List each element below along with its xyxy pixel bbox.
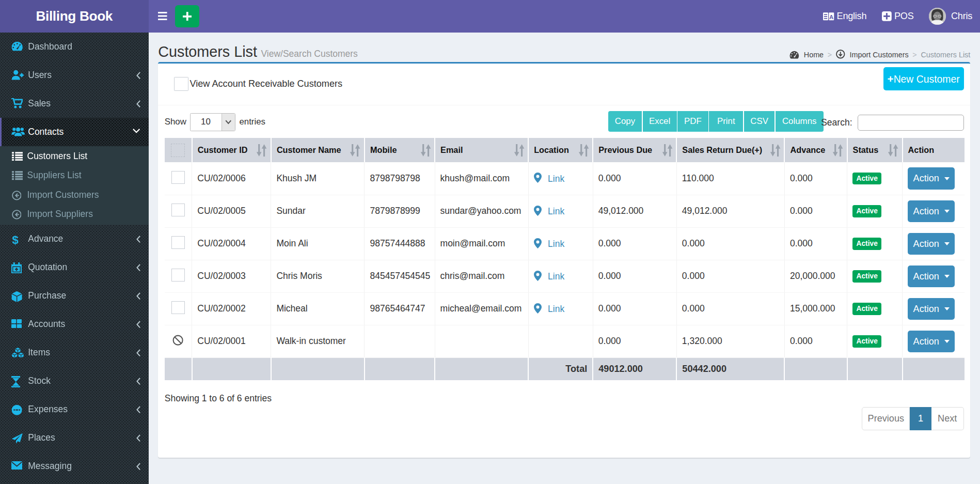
svg-text:$: $ bbox=[12, 234, 19, 246]
svg-text:A: A bbox=[829, 13, 833, 20]
